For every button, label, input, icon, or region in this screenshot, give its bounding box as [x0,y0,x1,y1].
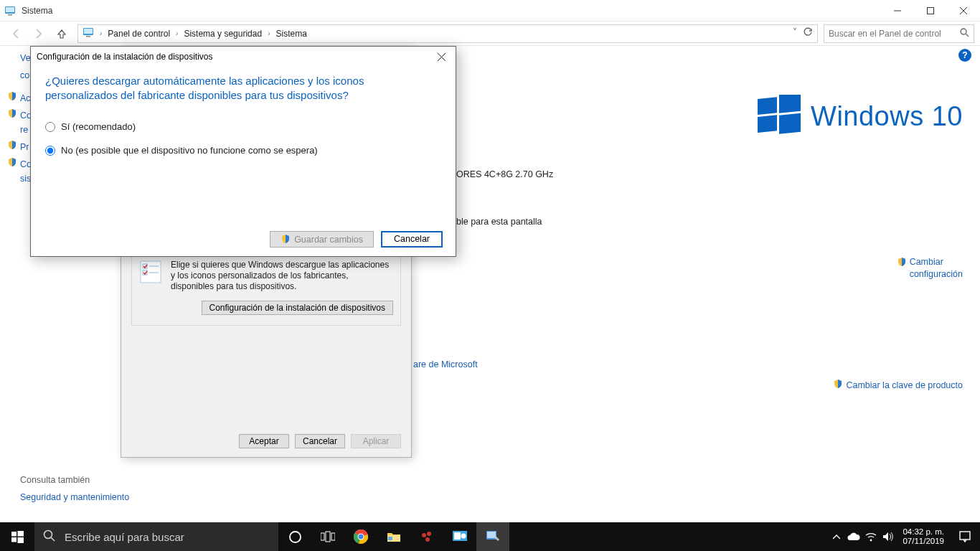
option-no-label: No (es posible que el dispositivo no fun… [61,145,318,156]
close-button[interactable] [947,0,980,22]
cortana-icon[interactable] [278,522,311,551]
tray-onedrive-icon[interactable] [845,522,862,551]
apply-button: Aplicar [351,434,401,448]
save-changes-button: Guardar cambios [270,231,374,248]
option-yes[interactable]: Sí (recomendado) [45,121,441,132]
svg-rect-8 [84,29,93,34]
svg-point-10 [961,29,966,34]
svg-rect-30 [321,533,324,540]
dialog-titlebar: Configuración de la instalación de dispo… [31,47,456,67]
svg-rect-26 [17,537,24,543]
device-install-dialog: Configuración de la instalación de dispo… [30,46,456,257]
help-icon[interactable]: ? [958,49,971,62]
clock-time: 04:32 p. m. [903,527,944,537]
microsoft-link-fragment[interactable]: are de Microsoft [413,359,478,369]
clock-date: 07/11/2019 [903,537,944,546]
windows-logo: Windows 10 [758,95,963,138]
radio-no[interactable] [45,146,55,156]
maximize-button[interactable] [914,0,947,22]
shield-icon [7,108,17,122]
option-no[interactable]: No (es posible que el dispositivo no fun… [45,145,441,156]
dialog-title: Configuración de la instalación de dispo… [37,52,212,62]
shield-icon [281,234,291,244]
taskview-icon[interactable] [311,522,344,551]
see-also-link[interactable]: Seguridad y mantenimiento [20,492,129,502]
start-button[interactable] [0,522,34,551]
taskbar-search[interactable]: Escribe aquí para buscar [34,522,278,551]
svg-rect-46 [487,532,496,538]
monitor-icon [83,27,94,40]
tray-volume-icon[interactable] [880,522,897,551]
tray-chevron-up-icon[interactable] [828,522,845,551]
svg-rect-13 [779,95,801,113]
chrome-icon[interactable] [344,522,377,551]
app-icon-blue[interactable] [443,522,476,551]
svg-point-44 [461,534,466,539]
svg-point-41 [425,537,430,542]
shield-icon [7,140,17,154]
refresh-icon[interactable] [803,27,813,39]
groupbox-description: Elige si quieres que Windows descargue l… [171,260,393,292]
action-center-icon[interactable] [950,530,980,543]
accept-button[interactable]: Aceptar [239,434,289,448]
radio-yes[interactable] [45,122,55,132]
svg-point-36 [359,534,364,540]
content-area: ? Ve co Ac Co re Pr Co sis W [0,46,980,522]
tray-network-icon[interactable] [862,522,880,551]
navigation-bar: › Panel de control › Sistema y seguridad… [0,22,980,46]
svg-rect-4 [928,7,934,14]
search-icon [43,529,56,545]
svg-rect-9 [86,36,90,37]
file-explorer-icon[interactable] [377,522,410,551]
change-product-key-link[interactable]: Cambiar la clave de producto [833,379,963,391]
up-button[interactable] [52,24,72,44]
back-button[interactable] [6,24,26,44]
chevron-down-icon[interactable]: ˅ [793,27,797,39]
svg-point-29 [290,532,301,542]
svg-point-27 [44,530,52,538]
svg-rect-14 [758,115,777,133]
app-icon-active[interactable] [476,522,509,551]
svg-rect-1 [6,7,14,12]
dialog-close-button[interactable] [427,47,456,67]
svg-rect-32 [331,533,335,540]
breadcrumb-item[interactable]: Sistema [276,29,307,39]
dialog-question: ¿Quieres descargar automáticamente las a… [45,74,375,103]
dialog-cancel-button[interactable]: Cancelar [381,231,443,248]
forward-button[interactable] [29,24,49,44]
checklist-icon [139,260,164,292]
search-icon [960,28,969,39]
svg-line-11 [966,34,969,37]
pen-info-fragment: ble para esta pantalla [456,217,542,227]
svg-rect-12 [758,97,777,115]
windows-brand-text: Windows 10 [811,101,963,132]
svg-rect-15 [779,113,801,134]
system-tray: 04:32 p. m. 07/11/2019 [828,522,980,551]
device-install-groupbox: Configuración de la instalación de dispo… [131,252,401,326]
windows-icon [758,95,801,138]
window-titlebar: Sistema [0,0,980,22]
svg-point-39 [422,533,426,537]
svg-point-40 [427,532,431,536]
taskbar-clock[interactable]: 04:32 p. m. 07/11/2019 [897,527,950,546]
svg-rect-48 [960,532,970,540]
breadcrumb-item[interactable]: Panel de control [108,29,170,39]
svg-rect-2 [8,14,12,16]
see-also-section: Consulta también Seguridad y mantenimien… [20,475,129,502]
window-title: Sistema [22,6,52,16]
device-install-settings-button[interactable]: Configuración de la instalación de dispo… [202,301,393,315]
change-config-link[interactable]: Cambiar configuración [897,257,963,279]
app-icon-red[interactable] [410,522,443,551]
cancel-button[interactable]: Cancelar [295,434,345,448]
breadcrumb-item[interactable]: Sistema y seguridad [184,29,262,39]
processor-info-fragment: ORES 4C+8G 2.70 GHz [456,169,553,179]
shield-icon [897,257,907,269]
address-bar[interactable]: › Panel de control › Sistema y seguridad… [77,24,818,43]
shield-icon [7,91,17,105]
minimize-button[interactable] [881,0,914,22]
shield-icon [833,379,843,391]
shield-icon [7,157,17,171]
search-input[interactable]: Buscar en el Panel de control [824,24,974,43]
svg-line-28 [51,537,55,541]
svg-rect-25 [11,537,17,542]
